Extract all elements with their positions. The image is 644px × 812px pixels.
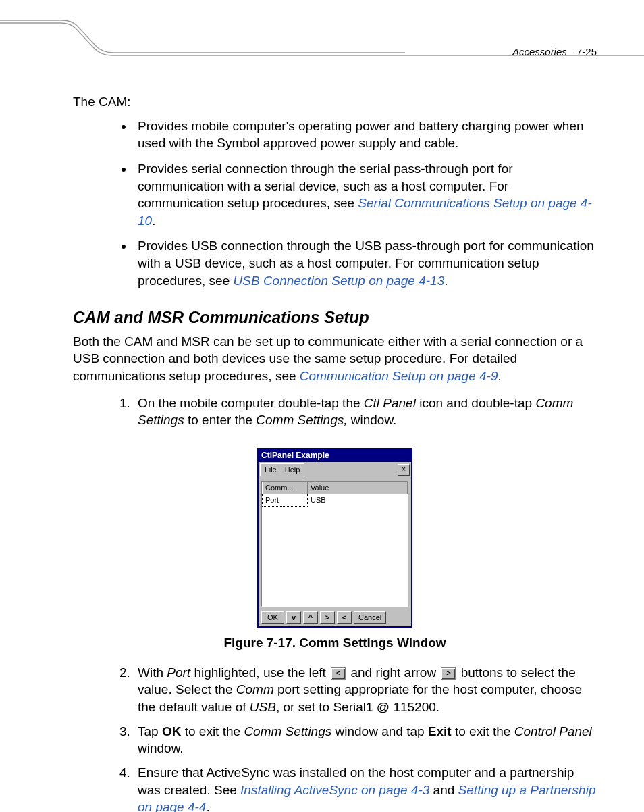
page-header-ornament — [0, 0, 644, 68]
xref-link-comm-setup[interactable]: Communication Setup on page 4-9 — [300, 369, 498, 383]
step-text: With — [138, 665, 167, 680]
bullet-item: Provides serial connection through the s… — [134, 160, 597, 230]
ui-term: USB — [250, 700, 276, 714]
xref-link-activesync[interactable]: Installing ActiveSync on page 4-3 — [240, 783, 429, 797]
page-number: 7-25 — [576, 46, 597, 57]
step-text: window. — [348, 413, 397, 427]
up-button[interactable]: ^ — [303, 611, 318, 624]
step-text: window. — [138, 741, 184, 755]
table-row[interactable]: Port USB — [263, 494, 408, 506]
xref-link-usb-conn[interactable]: USB Connection Setup on page 4-13 — [234, 274, 445, 288]
ui-term: Exit — [428, 724, 452, 738]
ui-term: Comm Settings — [244, 724, 331, 738]
step-text: icon and double-tap — [416, 396, 535, 410]
left-arrow-icon: < — [331, 667, 346, 680]
ui-term: Comm Settings, — [256, 413, 347, 427]
step-text: to enter the — [184, 413, 257, 427]
window-client-area: Comm... Value Port USB — [261, 481, 408, 607]
cell-value: USB — [308, 494, 408, 506]
cancel-button[interactable]: Cancel — [354, 611, 386, 624]
menu-file[interactable]: File — [261, 464, 281, 476]
close-button[interactable]: × — [398, 464, 410, 476]
para-text: . — [498, 369, 501, 383]
step-text: and right arrow — [347, 665, 439, 680]
step-item: Ensure that ActiveSync was installed on … — [134, 764, 597, 812]
intro-lead: The CAM: — [73, 93, 597, 111]
running-header: Accessories 7-25 — [512, 46, 597, 57]
ok-button[interactable]: OK — [261, 611, 284, 624]
step-text: and — [429, 783, 458, 797]
bullet-item: Provides USB connection through the USB … — [134, 237, 597, 289]
step-text: highlighted, use the left — [190, 665, 329, 680]
step-text: , or set to Serial1 @ 115200. — [276, 700, 439, 714]
step-text: On the mobile computer double-tap the — [138, 396, 364, 410]
section-para: Both the CAM and MSR can be set up to co… — [73, 333, 597, 385]
column-header-value[interactable]: Value — [308, 482, 408, 494]
left-button[interactable]: < — [337, 611, 352, 624]
step-text: . — [206, 800, 209, 812]
right-button[interactable]: > — [320, 611, 335, 624]
ui-term: Ctl Panel — [364, 396, 416, 410]
ui-term: OK — [162, 724, 182, 738]
section-heading: CAM and MSR Communications Setup — [73, 307, 597, 328]
right-arrow-icon: > — [441, 667, 456, 680]
bullet-text: Provides mobile computer's operating pow… — [138, 119, 584, 151]
step-item: On the mobile computer double-tap the Ct… — [134, 395, 597, 429]
comm-settings-window: CtlPanel Example File Help × Comm... Val… — [257, 448, 412, 628]
step-text: to exit the — [452, 724, 514, 738]
down-button[interactable]: v — [286, 611, 301, 624]
bullet-text: . — [152, 213, 155, 228]
ui-term: Control Panel — [514, 724, 592, 738]
window-button-bar: OK v ^ > < Cancel — [259, 609, 411, 626]
step-item: Tap OK to exit the Comm Settings window … — [134, 723, 597, 757]
window-menubar: File Help × — [259, 462, 411, 478]
ui-term: Port — [167, 665, 190, 680]
cell-port[interactable]: Port — [263, 494, 308, 506]
menu-help[interactable]: Help — [281, 464, 304, 476]
step-item: With Port highlighted, use the left < an… — [134, 664, 597, 716]
chapter-name: Accessories — [512, 46, 567, 57]
column-header-comm[interactable]: Comm... — [263, 482, 308, 494]
step-text: Tap — [138, 724, 162, 738]
ui-term: Comm — [236, 682, 274, 696]
bullet-item: Provides mobile computer's operating pow… — [134, 118, 597, 152]
bullet-text: . — [444, 274, 448, 288]
step-text: window and tap — [331, 724, 428, 738]
window-titlebar: CtlPanel Example — [259, 449, 411, 462]
step-text: to exit the — [181, 724, 244, 738]
figure-caption: Figure 7-17. Comm Settings Window — [73, 634, 597, 652]
